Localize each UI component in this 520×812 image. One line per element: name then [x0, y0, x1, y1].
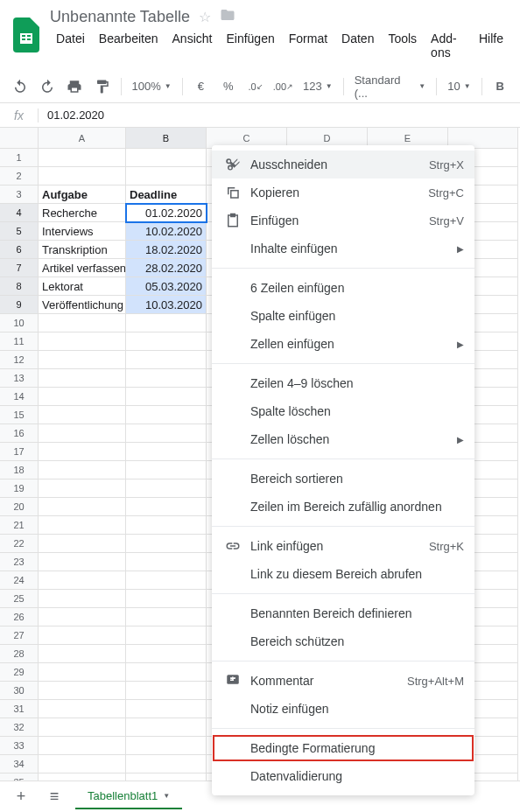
context-menu-item[interactable]: KopierenStrg+C	[212, 178, 474, 206]
row-header-7[interactable]: 7	[0, 259, 39, 277]
row-header-25[interactable]: 25	[0, 590, 39, 608]
cell-A30[interactable]	[39, 682, 126, 700]
cell-A19[interactable]	[39, 480, 126, 498]
row-header-20[interactable]: 20	[0, 498, 39, 516]
all-sheets-button[interactable]: ≡	[42, 785, 67, 809]
cell-A14[interactable]	[39, 388, 126, 406]
row-header-18[interactable]: 18	[0, 461, 39, 480]
cell-A21[interactable]	[39, 516, 126, 535]
formula-input[interactable]: 01.02.2020	[39, 108, 520, 122]
cell-B15[interactable]	[126, 406, 207, 424]
row-header-10[interactable]: 10	[0, 314, 39, 332]
font-dropdown[interactable]: Standard (...▼	[351, 74, 429, 100]
cell-B7[interactable]: 28.02.2020	[126, 259, 207, 277]
number-format-dropdown[interactable]: 123▼	[299, 80, 336, 93]
cell-B32[interactable]	[126, 718, 207, 737]
context-menu-item[interactable]: Bereich schützen	[212, 627, 474, 655]
context-menu-item[interactable]: EinfügenStrg+V	[212, 206, 474, 234]
star-icon[interactable]: ☆	[199, 9, 211, 25]
menu-bearbeiten[interactable]: Bearbeiten	[93, 28, 165, 63]
cell-B6[interactable]: 18.02.2020	[126, 241, 207, 259]
cell-B27[interactable]	[126, 626, 207, 645]
cell-B29[interactable]	[126, 663, 207, 682]
context-menu-item[interactable]: Benannten Bereich definieren	[212, 599, 474, 627]
cell-B20[interactable]	[126, 498, 207, 516]
cell-A29[interactable]	[39, 663, 126, 682]
cell-A24[interactable]	[39, 571, 126, 590]
context-menu-item[interactable]: Zeilen im Bereich zufällig anordnen	[212, 493, 474, 521]
context-menu-item[interactable]: 6 Zeilen einfügen	[212, 274, 474, 302]
row-header-22[interactable]: 22	[0, 535, 39, 553]
cell-B5[interactable]: 10.02.2020	[126, 222, 207, 241]
cell-A1[interactable]	[39, 149, 126, 167]
cell-B28[interactable]	[126, 645, 207, 663]
col-header-B[interactable]: B	[126, 128, 207, 149]
paint-format-icon[interactable]	[91, 75, 113, 98]
context-menu-item[interactable]: Bedingte Formatierung	[212, 734, 474, 762]
row-header-34[interactable]: 34	[0, 755, 39, 774]
row-header-28[interactable]: 28	[0, 645, 39, 663]
cell-A17[interactable]	[39, 443, 126, 461]
cell-A3[interactable]: Aufgabe	[39, 186, 126, 204]
menu-addons[interactable]: Add-ons	[425, 28, 471, 63]
menu-daten[interactable]: Daten	[335, 28, 380, 63]
cell-A15[interactable]	[39, 406, 126, 424]
row-header-1[interactable]: 1	[0, 149, 39, 167]
cell-A2[interactable]	[39, 167, 126, 186]
context-menu-item[interactable]: Inhalte einfügen▶	[212, 234, 474, 262]
row-header-27[interactable]: 27	[0, 626, 39, 645]
cell-A12[interactable]	[39, 351, 126, 369]
doc-title[interactable]: Unbenannte Tabelle	[50, 8, 190, 26]
font-size-dropdown[interactable]: 10▼	[444, 80, 474, 93]
menu-format[interactable]: Format	[283, 28, 334, 63]
context-menu-item[interactable]: Spalte löschen	[212, 397, 474, 425]
row-header-5[interactable]: 5	[0, 222, 39, 241]
cell-A22[interactable]	[39, 535, 126, 553]
cell-B14[interactable]	[126, 388, 207, 406]
context-menu-item[interactable]: Zeilen 4–9 löschen	[212, 369, 474, 397]
row-header-26[interactable]: 26	[0, 608, 39, 626]
row-header-16[interactable]: 16	[0, 424, 39, 443]
row-header-17[interactable]: 17	[0, 443, 39, 461]
cell-A25[interactable]	[39, 590, 126, 608]
row-header-6[interactable]: 6	[0, 241, 39, 259]
cell-A11[interactable]	[39, 332, 126, 351]
cell-B13[interactable]	[126, 369, 207, 388]
cell-B9[interactable]: 10.03.2020	[126, 296, 207, 314]
cell-A5[interactable]: Interviews	[39, 222, 126, 241]
cell-A16[interactable]	[39, 424, 126, 443]
add-sheet-button[interactable]: +	[9, 785, 33, 809]
cell-B24[interactable]	[126, 571, 207, 590]
menu-datei[interactable]: Datei	[50, 28, 91, 63]
col-header-A[interactable]: A	[39, 128, 126, 149]
menu-einfuegen[interactable]: Einfügen	[220, 28, 280, 63]
context-menu-item[interactable]: Link zu diesem Bereich abrufen	[212, 560, 474, 588]
context-menu-item[interactable]: Notiz einfügen	[212, 695, 474, 723]
cell-B10[interactable]	[126, 314, 207, 332]
row-header-24[interactable]: 24	[0, 571, 39, 590]
cell-A6[interactable]: Transkription	[39, 241, 126, 259]
menu-hilfe[interactable]: Hilfe	[473, 28, 509, 63]
cell-B26[interactable]	[126, 608, 207, 626]
cell-B16[interactable]	[126, 424, 207, 443]
row-header-3[interactable]: 3	[0, 186, 39, 204]
cell-A10[interactable]	[39, 314, 126, 332]
row-header-29[interactable]: 29	[0, 663, 39, 682]
cell-A20[interactable]	[39, 498, 126, 516]
cell-B18[interactable]	[126, 461, 207, 480]
menu-tools[interactable]: Tools	[382, 28, 423, 63]
row-header-8[interactable]: 8	[0, 277, 39, 296]
cell-A28[interactable]	[39, 645, 126, 663]
cell-B33[interactable]	[126, 737, 207, 755]
currency-button[interactable]: €	[190, 75, 212, 98]
cell-B17[interactable]	[126, 443, 207, 461]
cell-A7[interactable]: Artikel verfassen	[39, 259, 126, 277]
row-header-23[interactable]: 23	[0, 553, 39, 571]
percent-button[interactable]: %	[217, 75, 239, 98]
row-header-32[interactable]: 32	[0, 718, 39, 737]
cell-B30[interactable]	[126, 682, 207, 700]
context-menu-item[interactable]: AusschneidenStrg+X	[212, 150, 474, 178]
cell-A31[interactable]	[39, 700, 126, 718]
row-header-2[interactable]: 2	[0, 167, 39, 186]
decimal-more-button[interactable]: .00↗	[272, 75, 294, 98]
